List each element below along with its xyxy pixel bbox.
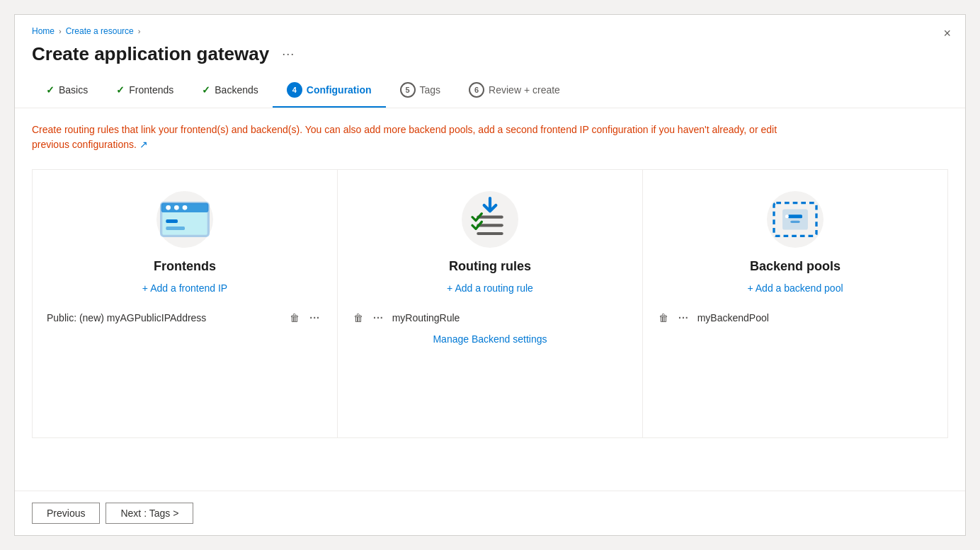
frontend-more-button[interactable]: ··· — [307, 311, 323, 325]
backend-icon-circle — [767, 191, 824, 248]
routing-delete-button[interactable]: 🗑 — [352, 311, 365, 325]
add-routing-rule-link[interactable]: + Add a routing rule — [447, 282, 533, 294]
svg-rect-14 — [790, 221, 799, 223]
create-app-gateway-panel: Home › Create a resource › Create applic… — [14, 14, 966, 536]
routing-icon — [462, 191, 518, 248]
close-button[interactable]: × — [943, 26, 951, 41]
breadcrumb-home[interactable]: Home — [32, 26, 55, 36]
svg-rect-13 — [788, 214, 802, 218]
routing-rules-column: Routing rules + Add a routing rule 🗑 ···… — [338, 170, 643, 437]
backend-resource-item: 🗑 ··· myBackendPool — [657, 305, 933, 331]
backend-column-title: Backend pools — [750, 259, 841, 274]
backend-more-button[interactable]: ··· — [676, 311, 692, 325]
frontend-delete-button[interactable]: 🗑 — [288, 311, 301, 325]
tab-basics[interactable]: ✓ Basics — [32, 76, 102, 105]
backend-icon — [767, 191, 824, 248]
frontends-icon-circle — [156, 191, 213, 248]
manage-backend-settings-link[interactable]: Manage Backend settings — [433, 333, 547, 345]
tab-review[interactable]: 6 Review + create — [455, 74, 574, 108]
tags-circle: 5 — [400, 82, 416, 98]
backend-pools-column: Backend pools + Add a backend pool 🗑 ···… — [643, 170, 947, 437]
svg-point-15 — [785, 214, 789, 218]
review-circle: 6 — [469, 82, 484, 98]
routing-resource-item: 🗑 ··· myRoutingRule — [352, 305, 628, 331]
info-text: Create routing rules that link your fron… — [32, 122, 811, 152]
breadcrumb: Home › Create a resource › — [32, 26, 948, 36]
breadcrumb-sep-2: › — [138, 27, 141, 35]
breadcrumb-sep-1: › — [59, 27, 62, 35]
backend-item-label: myBackendPool — [697, 312, 933, 323]
frontend-item-label: Public: (new) myAGPublicIPAddress — [47, 312, 283, 323]
external-link-icon[interactable]: ↗ — [139, 139, 148, 150]
panel-content: Create routing rules that link your fron… — [15, 108, 965, 491]
previous-button[interactable]: Previous — [32, 503, 100, 524]
routing-column-title: Routing rules — [449, 259, 531, 274]
svg-point-2 — [166, 205, 171, 210]
columns-container: Frontends + Add a frontend IP Public: (n… — [32, 169, 948, 438]
tab-configuration-label: Configuration — [307, 84, 372, 96]
svg-point-3 — [174, 205, 179, 210]
tab-frontends[interactable]: ✓ Frontends — [102, 76, 188, 105]
ellipsis-button[interactable]: ··· — [278, 45, 299, 63]
frontends-column: Frontends + Add a frontend IP Public: (n… — [33, 170, 338, 437]
svg-rect-12 — [783, 210, 807, 229]
frontends-column-title: Frontends — [154, 259, 216, 274]
svg-point-4 — [183, 205, 188, 210]
tab-tags-label: Tags — [420, 84, 441, 96]
backend-delete-button[interactable]: 🗑 — [657, 311, 670, 325]
tabs-row: ✓ Basics ✓ Frontends ✓ Backends 4 Config… — [15, 74, 965, 108]
tab-basics-label: Basics — [59, 84, 88, 96]
tab-frontends-label: Frontends — [129, 84, 173, 96]
routing-more-button[interactable]: ··· — [370, 311, 387, 325]
tab-review-label: Review + create — [489, 84, 560, 96]
frontend-resource-item: Public: (new) myAGPublicIPAddress 🗑 ··· — [47, 305, 323, 331]
routing-icon-circle — [462, 191, 518, 248]
title-row: Create application gateway ··· — [32, 43, 948, 65]
panel-header: Home › Create a resource › Create applic… — [15, 15, 965, 68]
routing-item-label: myRoutingRule — [392, 312, 628, 323]
tab-configuration[interactable]: 4 Configuration — [273, 74, 386, 108]
frontends-check-icon: ✓ — [116, 84, 125, 96]
frontend-icon — [156, 191, 213, 248]
tab-backends[interactable]: ✓ Backends — [188, 76, 272, 105]
breadcrumb-create-resource[interactable]: Create a resource — [66, 26, 134, 36]
tab-tags[interactable]: 5 Tags — [386, 74, 455, 108]
add-frontend-ip-link[interactable]: + Add a frontend IP — [142, 282, 227, 294]
panel-footer: Previous Next : Tags > — [15, 491, 965, 535]
svg-rect-5 — [166, 219, 178, 223]
basics-check-icon: ✓ — [46, 84, 55, 96]
backends-check-icon: ✓ — [202, 84, 210, 96]
svg-rect-6 — [166, 227, 185, 230]
tab-backends-label: Backends — [215, 84, 258, 96]
add-backend-pool-link[interactable]: + Add a backend pool — [747, 282, 843, 294]
next-button[interactable]: Next : Tags > — [106, 503, 193, 524]
page-title: Create application gateway — [32, 43, 269, 65]
configuration-circle: 4 — [287, 82, 302, 98]
